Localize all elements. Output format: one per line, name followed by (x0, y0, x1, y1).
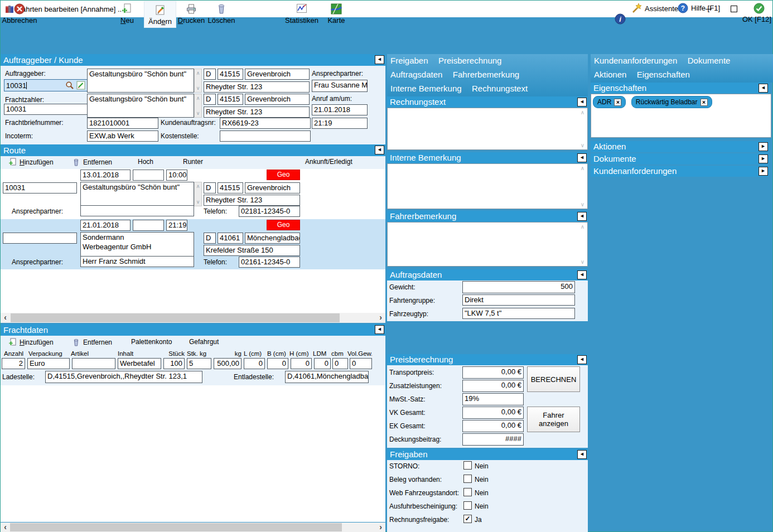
beleg-checkbox[interactable] (463, 475, 472, 483)
ausfuhrbescheinigung-checkbox[interactable] (463, 501, 472, 510)
cell-inhalt[interactable]: Werbetafel (118, 358, 161, 369)
gefahrgut-button[interactable]: Gefahrgut (189, 338, 219, 346)
spin-up-icon[interactable]: ∧ (196, 183, 200, 189)
cell-anzahl[interactable]: 2 (2, 358, 25, 369)
spin-up-icon[interactable]: ∧ (196, 95, 200, 101)
route-hoch-button[interactable]: Hoch (138, 158, 153, 166)
karte-button[interactable]: Karte (323, 3, 350, 25)
stop-plz-field[interactable]: 41515 (218, 182, 243, 194)
interne-bemerkung-textarea[interactable]: ∧ ∨ (387, 163, 588, 209)
nav-dokumente[interactable]: Dokumente (688, 56, 731, 65)
entladestelle-field[interactable]: D,41061,Mönchengladbach,,Krefelder Straß (285, 371, 369, 383)
ladestelle-field[interactable]: D,41515,Grevenbroich,,Rheydter Str. 123,… (45, 371, 202, 383)
kunde-collapse-button[interactable]: ◄ (375, 55, 384, 64)
fahrtengruppe-field[interactable]: Direkt (462, 294, 575, 306)
freigaben-collapse-button[interactable]: ◄ (577, 450, 587, 459)
frachtzahler-name-field[interactable]: Gestaltungsbüro "Schön bunt" (87, 94, 194, 118)
frachtzahler-strasse-field[interactable]: Rheydter Str. 123 (204, 107, 310, 118)
stop-telefon-field[interactable]: 02181-12345-0 (239, 206, 300, 217)
cell-kg[interactable]: 500,00 (214, 358, 241, 369)
stop-strasse-field[interactable]: Rheydter Str. 123 (204, 195, 300, 206)
nav-fahrerbemerkung[interactable]: Fahrerbemerkung (453, 70, 519, 79)
nav-eigenschaften[interactable]: Eigenschaften (637, 70, 690, 79)
fracht-collapse-button[interactable]: ◄ (375, 325, 384, 334)
scroll-up-icon[interactable]: ∧ (579, 224, 586, 230)
transportpreis-field[interactable]: 0,00 € (462, 366, 524, 379)
kostenstelle-field[interactable] (220, 130, 311, 142)
frachtzahler-ort-field[interactable]: Grevenbroich (245, 94, 310, 105)
stop-zeit-field[interactable]: 21:19 (166, 220, 187, 231)
frachtzahler-name-spinner[interactable]: ∧∨ (194, 94, 202, 118)
route-stop-row-selected[interactable]: 21.01.2018 21:19 Geo Sondermann Werbeage… (1, 219, 385, 269)
interne-collapse-button[interactable]: ◄ (577, 153, 587, 162)
nav-kundenanforderungen[interactable]: Kundenanforderungen (594, 56, 677, 65)
fracht-hinzufuegen-button[interactable]: Hinzufügen (8, 338, 54, 346)
geo-button[interactable]: Geo (267, 170, 300, 180)
rechnungstext-collapse-button[interactable]: ◄ (577, 98, 587, 107)
scroll-right-icon[interactable]: › (376, 313, 385, 323)
fracht-entfernen-button[interactable]: Entfernen (72, 338, 112, 346)
dokumente-expand-button[interactable]: ► (758, 154, 768, 163)
spin-up-icon[interactable]: ∧ (196, 70, 200, 76)
scroll-left-icon[interactable]: ‹ (1, 313, 10, 323)
zusatzleistungen-field[interactable]: 0,00 € (462, 380, 524, 392)
spin-down-icon[interactable]: ∨ (196, 110, 200, 116)
frachtzahler-nr-field[interactable]: 10031 (4, 104, 88, 115)
stop-zeit-field[interactable]: 10:00 (166, 170, 187, 181)
anruf-datum-field[interactable]: 21.01.2018 (312, 104, 368, 115)
neu-button[interactable]: Neu (115, 3, 139, 25)
drucken-button[interactable]: Drucken (176, 3, 207, 25)
route-stop-row[interactable]: 13.01.2018 10:00 Geo 10031 Gestaltungsbü… (1, 169, 385, 219)
auftraggeber-ort-field[interactable]: Grevenbroich (245, 69, 310, 80)
vk-gesamt-field[interactable]: 0,00 € (462, 407, 524, 419)
route-hinzufuegen-button[interactable]: Hinzufügen (8, 158, 54, 166)
cell-l[interactable]: 0 (244, 358, 265, 369)
stop-nr-field[interactable]: 10031 (3, 182, 77, 194)
ok-button[interactable]: OK [F12] (737, 3, 772, 23)
stop-telefon-field[interactable]: 02161-12345-0 (239, 257, 300, 268)
fahrerbemerkung-textarea[interactable]: ∧ ∨ (387, 222, 588, 267)
statistiken-button[interactable]: Statistiken (282, 3, 321, 25)
palettenkonto-button[interactable]: Palettenkonto (131, 338, 172, 346)
mwst-field[interactable]: 19% (462, 393, 524, 405)
route-collapse-button[interactable]: ◄ (375, 146, 384, 154)
edit-record-icon[interactable] (76, 81, 85, 90)
scroll-down-icon[interactable]: ∨ (579, 142, 586, 148)
nav-preisberechnung[interactable]: Preisberechnung (438, 56, 501, 65)
stop-ort-field[interactable]: Mönchengladbach (245, 233, 300, 244)
cell-ldm[interactable]: 0 (314, 358, 331, 369)
fracht-hscroll-thumb[interactable] (10, 523, 342, 531)
fahrer-anzeigen-button[interactable]: Fahrer anzeigen (527, 407, 580, 432)
kundenauftrag-field[interactable]: RX6619-23 (220, 118, 311, 129)
assistenten-button[interactable]: Assistenten (631, 3, 682, 14)
fracht-hscrollbar[interactable]: ‹ › (1, 523, 385, 532)
nav-rechnungstext[interactable]: Rechnungstext (472, 84, 528, 93)
tag-remove-icon[interactable]: × (614, 99, 621, 106)
cell-stueck[interactable]: 100 (163, 358, 185, 369)
eigenschaften-tagbox[interactable]: ADR × Rückwärtig Beladbar × (591, 94, 771, 138)
route-hscrollbar[interactable]: ‹ › (1, 313, 385, 323)
gewicht-field[interactable]: 500 (462, 281, 575, 293)
rechnungstext-textarea[interactable]: ∧ ∨ (387, 108, 588, 150)
stop-name-field[interactable]: Gestaltungsbüro "Schön bunt" (80, 182, 194, 206)
frachtbrief-field[interactable]: 1821010001 (87, 118, 158, 129)
stop-datum2-field[interactable] (133, 170, 164, 181)
aktionen-expand-button[interactable]: ► (758, 142, 768, 151)
cell-volgew[interactable]: 0 (350, 358, 372, 369)
frachtzahler-land-field[interactable]: D (204, 94, 216, 105)
cell-h[interactable]: 0 (291, 358, 312, 369)
stop-name-field[interactable]: Sondermann Werbeagentur GmbH (80, 232, 194, 257)
eigenschaften-collapse-button[interactable]: ◄ (758, 84, 768, 93)
stop-name-spinner[interactable]: ∧∨ (194, 182, 202, 206)
aendern-button[interactable]: Ändern (144, 1, 176, 28)
stop-ort-field[interactable]: Grevenbroich (245, 182, 300, 194)
cell-cbm[interactable]: 0 (332, 358, 348, 369)
spin-down-icon[interactable]: ∨ (196, 199, 200, 205)
stop-strasse-field[interactable]: Krefelder Straße 150 (204, 245, 300, 256)
stop-land-field[interactable]: D (204, 233, 216, 244)
scroll-down-icon[interactable]: ∨ (579, 259, 586, 265)
info-button[interactable]: i (615, 13, 626, 25)
tag-remove-icon[interactable]: × (700, 99, 708, 106)
nav-interne-bemerkung[interactable]: Interne Bemerkung (390, 84, 462, 93)
tag-rueckwaertig-beladbar[interactable]: Rückwärtig Beladbar × (631, 96, 712, 108)
